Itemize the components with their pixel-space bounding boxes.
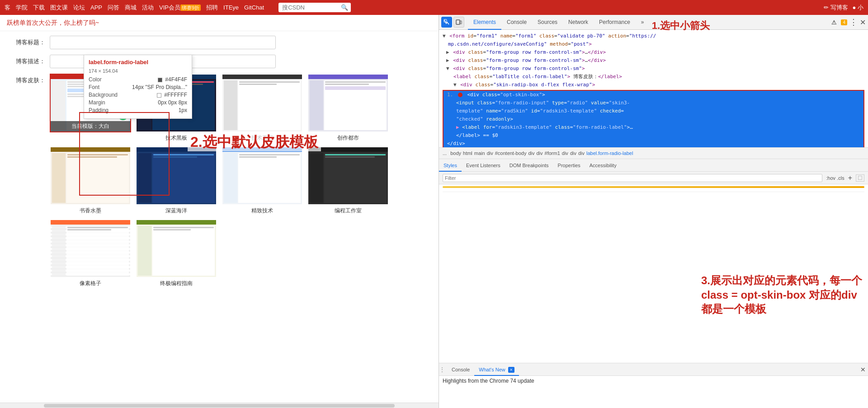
console-content: Highlights from the Chrome 74 update: [439, 376, 868, 386]
blog-settings-form: 博客标题： 博客描述： 博客皮肤：: [0, 31, 439, 297]
filter-pseudo-text: :hov .cls: [826, 175, 844, 181]
nav-item-gitchat[interactable]: GitChat: [244, 4, 264, 11]
nav-item-vip[interactable]: VIP会员绑赛9折: [159, 4, 201, 12]
filter-plus-btn[interactable]: +: [848, 174, 852, 182]
expand-form[interactable]: ▼: [443, 33, 446, 39]
html-line-div1[interactable]: ▶ <div class="form-group row form-contro…: [439, 48, 868, 56]
breadcrumb-div3[interactable]: div: [537, 150, 543, 156]
html-line-selected-1[interactable]: 1. <div class="opt-skin-box">: [443, 91, 863, 99]
breadcrumb-div4[interactable]: div: [562, 150, 568, 156]
nav-item-jobs[interactable]: 招聘: [206, 4, 218, 12]
skin-thumbnail-7[interactable]: [222, 146, 303, 205]
expand-div3[interactable]: ▼: [446, 66, 449, 71]
tab-more[interactable]: »: [636, 15, 650, 30]
breadcrumb-div5[interactable]: div: [570, 150, 576, 156]
styles-tab-accessibility[interactable]: Accessibility: [585, 159, 621, 172]
console-tab-whats-new[interactable]: What's New ×: [474, 363, 519, 376]
breadcrumb-label[interactable]: label.form-radio-label: [586, 150, 633, 156]
breadcrumb-html[interactable]: html: [463, 150, 472, 156]
html-line-selected-5[interactable]: ▶ <label for="radskin3-template" class="…: [443, 123, 863, 131]
html-line-selected-6[interactable]: </label> == $0: [443, 131, 863, 140]
tab-network[interactable]: Network: [563, 15, 594, 30]
skin-thumbnail-9[interactable]: [50, 219, 131, 278]
nav-item-qa[interactable]: 问答: [108, 4, 119, 12]
skin-item-5[interactable]: 书香水墨: [50, 146, 131, 215]
skin-thumbnail-4[interactable]: [307, 74, 389, 132]
html-line-label-skin[interactable]: <label class="labTitle col-form-label"> …: [439, 73, 868, 81]
console-tab-console[interactable]: Console: [447, 363, 474, 376]
skin-thumbnail-10[interactable]: [136, 219, 217, 278]
nav-item-shop[interactable]: 商城: [125, 4, 137, 12]
nav-item-pictext[interactable]: 图文课: [50, 4, 68, 12]
nav-item-events[interactable]: 活动: [142, 4, 154, 12]
device-toggle-btn[interactable]: [453, 17, 464, 28]
html-line-selected-7[interactable]: </div>: [443, 140, 863, 147]
styles-filter-bar: :hov .cls + ☐: [439, 172, 868, 184]
breadcrumb-main[interactable]: main: [474, 150, 485, 156]
drag-handle[interactable]: ⋮: [439, 366, 445, 373]
styles-tab-styles[interactable]: Styles: [439, 159, 462, 172]
skin-item-10[interactable]: 终极编程指南: [136, 219, 217, 287]
search-input[interactable]: [282, 4, 341, 11]
scrollbar-thumb[interactable]: [44, 404, 395, 408]
devtools-toolbar-icons: [441, 17, 464, 28]
nav-item-iteye[interactable]: ITEye: [223, 4, 239, 11]
skin-item-7[interactable]: 精致技术: [222, 146, 303, 215]
expand-skin-div[interactable]: ▼: [453, 82, 457, 88]
styles-filter-input[interactable]: [443, 174, 822, 182]
inspect-element-btn[interactable]: [441, 17, 452, 28]
nav-item-academy[interactable]: 学院: [16, 4, 28, 12]
html-line-skin-div[interactable]: ▼ <div class="skin-radip-box d-flex flex…: [439, 81, 868, 89]
expand-div1[interactable]: ▶: [446, 49, 449, 55]
html-line-div2[interactable]: ▶ <div class="form-group row form-contro…: [439, 56, 868, 65]
skin-item-6[interactable]: 深蓝海洋: [136, 146, 217, 215]
skin-thumbnail-6[interactable]: [136, 146, 217, 205]
breadcrumb-div1[interactable]: div: [487, 150, 493, 156]
skin-item-3[interactable]: 技术工厂: [222, 74, 303, 142]
skin-name-9: 像素格子: [50, 280, 131, 287]
styles-tab-event-listeners[interactable]: Event Listeners: [462, 159, 505, 172]
skin-thumbnail-8[interactable]: [307, 146, 389, 205]
styles-tab-dom-breakpoints[interactable]: DOM Breakpoints: [505, 159, 553, 172]
tab-sources[interactable]: Sources: [532, 15, 563, 30]
breadcrumb-div2[interactable]: div: [528, 150, 534, 156]
filter-input-tick[interactable]: ☐: [856, 174, 864, 182]
html-line-form[interactable]: ▼ <form id="form1" name="form1" class="v…: [439, 32, 868, 40]
html-tree[interactable]: ▼ <form id="form1" name="form1" class="v…: [439, 30, 868, 147]
styles-panel: Styles Event Listeners DOM Breakpoints P…: [439, 159, 868, 363]
html-line-selected-2[interactable]: <input class="form-radio-input" type="ra…: [443, 99, 863, 107]
horizontal-scrollbar[interactable]: [0, 403, 439, 408]
write-blog-btn[interactable]: ✏ 写博客: [824, 4, 848, 12]
html-line-form-2[interactable]: mp.csdn.net/configure/saveConfig" method…: [439, 40, 868, 48]
tab-console[interactable]: Console: [501, 15, 532, 30]
console-close-btn[interactable]: ✕: [860, 366, 866, 373]
skin-thumbnail-3[interactable]: [222, 74, 303, 132]
breadcrumb-ellipsis[interactable]: ...: [443, 150, 447, 156]
tab-performance[interactable]: Performance: [594, 15, 636, 30]
blog-desc-row: 博客描述：: [9, 55, 429, 68]
nav-item-user[interactable]: 客: [5, 4, 10, 12]
skin-item-4[interactable]: 创作都市: [307, 74, 389, 142]
skin-item-9[interactable]: 像素格子: [50, 219, 131, 287]
breadcrumb-content-body[interactable]: #content-body: [495, 150, 527, 156]
devtools-more-btn[interactable]: ⋮: [849, 17, 858, 27]
search-icon[interactable]: 🔍: [341, 4, 348, 11]
nav-item-forum[interactable]: 论坛: [73, 4, 85, 12]
breadcrumb-div6[interactable]: div: [578, 150, 585, 156]
skin-item-8[interactable]: 编程工作室: [307, 146, 389, 215]
breadcrumb-body[interactable]: body: [450, 150, 461, 156]
html-line-selected-4[interactable]: "checked" readonly>: [443, 115, 863, 123]
nav-item-app[interactable]: APP: [90, 4, 102, 11]
expand-div2[interactable]: ▶: [446, 57, 449, 63]
nav-item-download[interactable]: 下载: [33, 4, 45, 12]
html-line-selected-3[interactable]: template" name="radSkin" id="radskin3-te…: [443, 107, 863, 115]
tab-elements[interactable]: Elements: [468, 15, 501, 30]
user-avatar[interactable]: ● 小: [853, 4, 863, 12]
devtools-close-btn[interactable]: ✕: [860, 18, 866, 27]
html-line-div3[interactable]: ▼ <div class="form-group row form-contro…: [439, 65, 868, 73]
blog-title-input[interactable]: [50, 36, 276, 49]
main-layout: 跃榜单首次大公开，你上榜了吗~ 博客标题： 博客描述： 博客皮肤：: [0, 15, 868, 408]
breadcrumb-form1[interactable]: #form1: [545, 150, 560, 156]
skin-thumbnail-5[interactable]: [50, 146, 131, 205]
styles-tab-properties[interactable]: Properties: [553, 159, 585, 172]
